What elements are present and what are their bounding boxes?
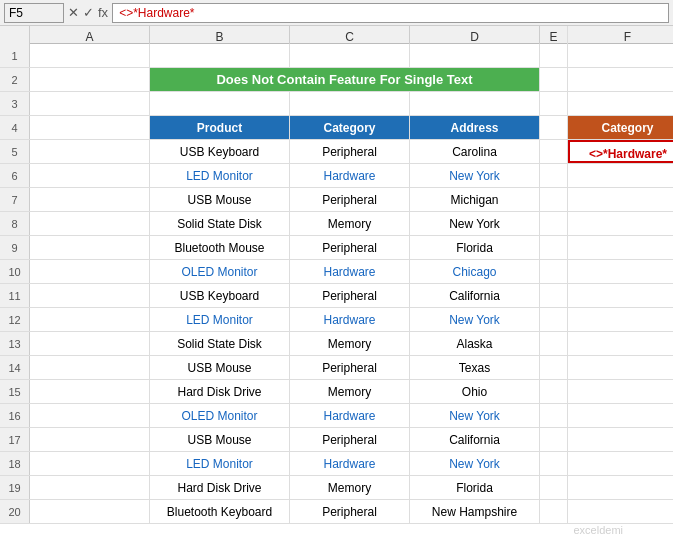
cell-e6[interactable] [540, 164, 568, 187]
cell-a14[interactable] [30, 356, 150, 379]
cell-d7[interactable]: Michigan [410, 188, 540, 211]
cell-a12[interactable] [30, 308, 150, 331]
col-header-a[interactable]: A [30, 26, 150, 44]
cell-c19[interactable]: Memory [290, 476, 410, 499]
cell-b3[interactable] [150, 92, 290, 115]
cell-b17[interactable]: USB Mouse [150, 428, 290, 451]
cell-f6[interactable] [568, 164, 673, 187]
cell-a10[interactable] [30, 260, 150, 283]
cell-b1[interactable] [150, 44, 290, 67]
cell-b19[interactable]: Hard Disk Drive [150, 476, 290, 499]
cell-a13[interactable] [30, 332, 150, 355]
cell-c8[interactable]: Memory [290, 212, 410, 235]
cell-b8[interactable]: Solid State Disk [150, 212, 290, 235]
cell-e18[interactable] [540, 452, 568, 475]
cell-b9[interactable]: Bluetooth Mouse [150, 236, 290, 259]
cell-e7[interactable] [540, 188, 568, 211]
cell-a20[interactable] [30, 500, 150, 523]
cell-e1[interactable] [540, 44, 568, 67]
cell-c10[interactable]: Hardware [290, 260, 410, 283]
cell-b10[interactable]: OLED Monitor [150, 260, 290, 283]
cell-e3[interactable] [540, 92, 568, 115]
cell-d20[interactable]: New Hampshire [410, 500, 540, 523]
cell-reference-box[interactable]: F5 [4, 3, 64, 23]
cell-a9[interactable] [30, 236, 150, 259]
cell-a18[interactable] [30, 452, 150, 475]
cell-b6[interactable]: LED Monitor [150, 164, 290, 187]
cell-e4[interactable] [540, 116, 568, 139]
cell-f5[interactable]: <>*Hardware* [568, 140, 673, 163]
cell-d3[interactable] [410, 92, 540, 115]
cell-e16[interactable] [540, 404, 568, 427]
cell-d17[interactable]: California [410, 428, 540, 451]
cell-d4-address[interactable]: Address [410, 116, 540, 139]
cell-b12[interactable]: LED Monitor [150, 308, 290, 331]
cancel-icon[interactable]: ✕ [68, 5, 79, 20]
cell-c6[interactable]: Hardware [290, 164, 410, 187]
cell-b7[interactable]: USB Mouse [150, 188, 290, 211]
cell-d13[interactable]: Alaska [410, 332, 540, 355]
cell-c15[interactable]: Memory [290, 380, 410, 403]
cell-c1[interactable] [290, 44, 410, 67]
cell-f3[interactable] [568, 92, 673, 115]
cell-f9[interactable] [568, 236, 673, 259]
cell-b2-title[interactable]: Does Not Contain Feature For Single Text [150, 68, 540, 91]
cell-f1[interactable] [568, 44, 673, 67]
cell-f19[interactable] [568, 476, 673, 499]
cell-a17[interactable] [30, 428, 150, 451]
cell-a4[interactable] [30, 116, 150, 139]
cell-a11[interactable] [30, 284, 150, 307]
cell-e13[interactable] [540, 332, 568, 355]
cell-b15[interactable]: Hard Disk Drive [150, 380, 290, 403]
cell-e8[interactable] [540, 212, 568, 235]
cell-d9[interactable]: Florida [410, 236, 540, 259]
cell-f18[interactable] [568, 452, 673, 475]
cell-d6[interactable]: New York [410, 164, 540, 187]
cell-d12[interactable]: New York [410, 308, 540, 331]
cell-c16[interactable]: Hardware [290, 404, 410, 427]
cell-e19[interactable] [540, 476, 568, 499]
cell-d11[interactable]: California [410, 284, 540, 307]
formula-input[interactable] [112, 3, 669, 23]
cell-f14[interactable] [568, 356, 673, 379]
cell-d5[interactable]: Carolina [410, 140, 540, 163]
cell-a8[interactable] [30, 212, 150, 235]
cell-c14[interactable]: Peripheral [290, 356, 410, 379]
cell-c17[interactable]: Peripheral [290, 428, 410, 451]
cell-f12[interactable] [568, 308, 673, 331]
cell-e5[interactable] [540, 140, 568, 163]
cell-c12[interactable]: Hardware [290, 308, 410, 331]
col-header-c[interactable]: C [290, 26, 410, 44]
cell-f16[interactable] [568, 404, 673, 427]
cell-a16[interactable] [30, 404, 150, 427]
cell-e14[interactable] [540, 356, 568, 379]
cell-e17[interactable] [540, 428, 568, 451]
cell-f11[interactable] [568, 284, 673, 307]
cell-c18[interactable]: Hardware [290, 452, 410, 475]
cell-f15[interactable] [568, 380, 673, 403]
cell-c13[interactable]: Memory [290, 332, 410, 355]
col-header-f[interactable]: F [568, 26, 673, 44]
cell-a5[interactable] [30, 140, 150, 163]
cell-b14[interactable]: USB Mouse [150, 356, 290, 379]
cell-f20[interactable] [568, 500, 673, 523]
cell-f10[interactable] [568, 260, 673, 283]
cell-e2[interactable] [540, 68, 568, 91]
cell-f8[interactable] [568, 212, 673, 235]
cell-a3[interactable] [30, 92, 150, 115]
cell-b4-product[interactable]: Product [150, 116, 290, 139]
cell-e9[interactable] [540, 236, 568, 259]
cell-c9[interactable]: Peripheral [290, 236, 410, 259]
col-header-d[interactable]: D [410, 26, 540, 44]
cell-d8[interactable]: New York [410, 212, 540, 235]
cell-e10[interactable] [540, 260, 568, 283]
cell-d15[interactable]: Ohio [410, 380, 540, 403]
cell-c4-category[interactable]: Category [290, 116, 410, 139]
cell-d19[interactable]: Florida [410, 476, 540, 499]
cell-d1[interactable] [410, 44, 540, 67]
col-header-b[interactable]: B [150, 26, 290, 44]
confirm-icon[interactable]: ✓ [83, 5, 94, 20]
cell-f4-side-header[interactable]: Category [568, 116, 673, 139]
cell-e15[interactable] [540, 380, 568, 403]
cell-e20[interactable] [540, 500, 568, 523]
